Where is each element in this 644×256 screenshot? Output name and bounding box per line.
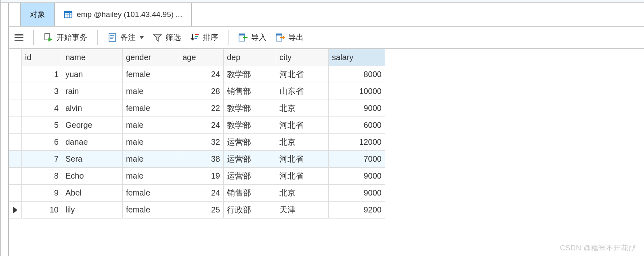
row-gutter[interactable] [9, 117, 22, 134]
row-gutter[interactable] [9, 134, 22, 151]
tab-objects[interactable]: 对象 [20, 3, 55, 26]
cell-salary[interactable]: 9200 [329, 202, 385, 219]
cell-gender[interactable]: male [123, 134, 179, 151]
cell-name[interactable]: Abel [62, 185, 123, 202]
column-header-salary[interactable]: salary [329, 49, 385, 66]
column-header-dep[interactable]: dep [224, 49, 276, 66]
export-button[interactable]: 导出 [274, 31, 305, 44]
cell-name[interactable]: George [62, 117, 123, 134]
cell-dep[interactable]: 教学部 [224, 100, 276, 117]
cell-id[interactable]: 6 [22, 134, 62, 151]
cell-name[interactable]: Sera [62, 151, 123, 168]
row-gutter[interactable] [9, 83, 22, 100]
cell-id[interactable]: 3 [22, 83, 62, 100]
tab-bar: 对象 emp @hailey (101.43.44.95) ... [9, 3, 644, 27]
cell-dep[interactable]: 运营部 [224, 134, 276, 151]
cell-age[interactable]: 25 [179, 202, 224, 219]
cell-age[interactable]: 24 [179, 66, 224, 83]
cell-id[interactable]: 1 [22, 66, 62, 83]
toolbar-separator [228, 30, 229, 45]
row-gutter[interactable] [9, 151, 22, 168]
cell-dep[interactable]: 运营部 [224, 151, 276, 168]
cell-city[interactable]: 山东省 [276, 83, 329, 100]
menu-button[interactable] [13, 32, 25, 44]
cell-dep[interactable]: 销售部 [224, 83, 276, 100]
cell-city[interactable]: 河北省 [276, 151, 329, 168]
cell-city[interactable]: 北京 [276, 185, 329, 202]
cell-age[interactable]: 38 [179, 151, 224, 168]
cell-age[interactable]: 32 [179, 134, 224, 151]
row-gutter[interactable] [9, 100, 22, 117]
sort-button[interactable]: 排序 [188, 31, 220, 44]
cell-id[interactable]: 9 [22, 185, 62, 202]
cell-salary[interactable]: 7000 [329, 151, 385, 168]
import-button[interactable]: 导入 [237, 31, 268, 44]
cell-dep[interactable]: 教学部 [224, 117, 276, 134]
column-header-name[interactable]: name [62, 49, 123, 66]
cell-city[interactable]: 河北省 [276, 117, 329, 134]
cell-name[interactable]: danae [62, 134, 123, 151]
funnel-icon [153, 33, 162, 42]
cell-salary[interactable]: 9000 [329, 100, 385, 117]
row-gutter[interactable] [9, 202, 22, 219]
cell-gender[interactable]: male [123, 117, 179, 134]
cell-gender[interactable]: female [123, 100, 179, 117]
cell-salary[interactable]: 6000 [329, 117, 385, 134]
column-header-gender[interactable]: gender [123, 49, 179, 66]
column-header-city[interactable]: city [276, 49, 329, 66]
cell-city[interactable]: 河北省 [276, 168, 329, 185]
cell-salary[interactable]: 8000 [329, 66, 385, 83]
begin-transaction-button[interactable]: 开始事务 [42, 31, 89, 44]
data-grid[interactable]: idnamegenderagedepcitysalary1yuanfemale2… [9, 49, 644, 219]
svg-marker-6 [48, 37, 52, 42]
cell-id[interactable]: 10 [22, 202, 62, 219]
filter-button[interactable]: 筛选 [151, 31, 183, 44]
cell-salary[interactable]: 10000 [329, 83, 385, 100]
cell-age[interactable]: 22 [179, 100, 224, 117]
cell-age[interactable]: 19 [179, 168, 224, 185]
cell-name[interactable]: Echo [62, 168, 123, 185]
cell-gender[interactable]: female [123, 185, 179, 202]
chevron-down-icon [140, 36, 144, 39]
cell-dep[interactable]: 运营部 [224, 168, 276, 185]
tab-emp-table[interactable]: emp @hailey (101.43.44.95) ... [55, 3, 192, 26]
row-gutter[interactable] [9, 168, 22, 185]
cell-name[interactable]: rain [62, 83, 123, 100]
cell-id[interactable]: 7 [22, 151, 62, 168]
column-header-age[interactable]: age [179, 49, 224, 66]
cell-city[interactable]: 北京 [276, 100, 329, 117]
window-top-edge [1, 0, 644, 3]
cell-dep[interactable]: 行政部 [224, 202, 276, 219]
cell-gender[interactable]: female [123, 202, 179, 219]
cell-id[interactable]: 4 [22, 100, 62, 117]
cell-id[interactable]: 5 [22, 117, 62, 134]
cell-name[interactable]: yuan [62, 66, 123, 83]
cell-city[interactable]: 北京 [276, 134, 329, 151]
cell-gender[interactable]: male [123, 168, 179, 185]
cell-name[interactable]: alvin [62, 100, 123, 117]
cell-age[interactable]: 24 [179, 117, 224, 134]
cell-gender[interactable]: female [123, 66, 179, 83]
cell-id[interactable]: 8 [22, 168, 62, 185]
memo-button[interactable]: 备注 [106, 31, 145, 44]
button-label: 导入 [251, 32, 266, 43]
cell-name[interactable]: lily [62, 202, 123, 219]
transaction-icon [44, 33, 53, 42]
column-header-id[interactable]: id [22, 49, 62, 66]
export-icon [275, 33, 285, 42]
row-gutter[interactable] [9, 185, 22, 202]
cell-age[interactable]: 28 [179, 83, 224, 100]
cell-gender[interactable]: male [123, 151, 179, 168]
cell-gender[interactable]: male [123, 83, 179, 100]
cell-city[interactable]: 天津 [276, 202, 329, 219]
button-label: 排序 [203, 32, 218, 43]
sort-icon [190, 33, 199, 42]
cell-dep[interactable]: 教学部 [224, 66, 276, 83]
cell-city[interactable]: 河北省 [276, 66, 329, 83]
cell-age[interactable]: 24 [179, 185, 224, 202]
row-gutter[interactable] [9, 66, 22, 83]
cell-salary[interactable]: 9000 [329, 168, 385, 185]
cell-salary[interactable]: 12000 [329, 134, 385, 151]
cell-salary[interactable]: 9000 [329, 185, 385, 202]
cell-dep[interactable]: 销售部 [224, 185, 276, 202]
